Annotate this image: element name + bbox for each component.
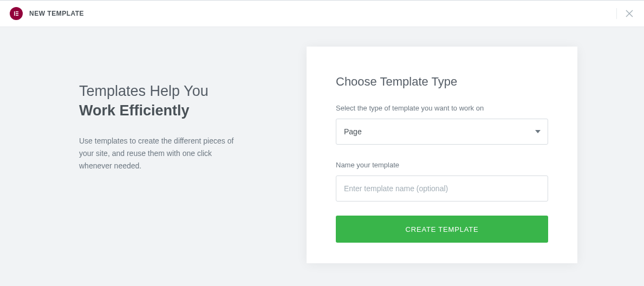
svg-rect-3 [16,15,18,16]
svg-rect-1 [16,11,18,12]
create-template-button[interactable]: CREATE TEMPLATE [336,216,548,243]
divider [616,8,617,19]
elementor-logo-icon [10,7,23,20]
svg-rect-2 [16,13,18,14]
template-name-label: Name your template [336,161,548,169]
intro-headline: Templates Help You Work Efficiently [79,81,242,121]
template-name-input[interactable] [336,176,548,202]
headline-line1: Templates Help You [79,83,209,99]
header-right [616,8,634,19]
template-type-select-wrap: Page [336,119,548,145]
headline-line2: Work Efficiently [79,102,190,119]
modal-header: NEW TEMPLATE [0,0,644,27]
modal-body: Templates Help You Work Efficiently Use … [0,27,644,286]
svg-rect-0 [14,11,15,16]
intro-column: Templates Help You Work Efficiently Use … [79,47,242,172]
close-icon [626,10,633,17]
form-title: Choose Template Type [336,75,548,89]
modal-title: NEW TEMPLATE [29,10,84,17]
intro-description: Use templates to create the different pi… [79,135,242,172]
template-type-select[interactable]: Page [336,119,548,145]
close-button[interactable] [625,9,634,18]
header-left: NEW TEMPLATE [10,7,84,20]
template-type-label: Select the type of template you want to … [336,104,548,112]
form-card: Choose Template Type Select the type of … [307,47,577,263]
